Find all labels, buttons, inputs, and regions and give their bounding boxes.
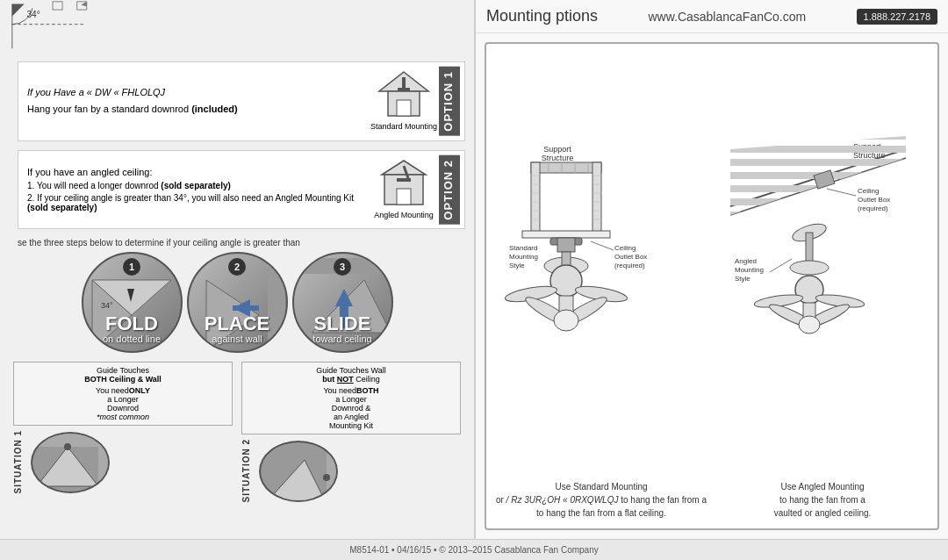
- svg-rect-11: [398, 88, 410, 91]
- option2-row: If you have an angled ceiling: 1. You wi…: [18, 150, 465, 230]
- svg-rect-67: [557, 238, 575, 252]
- svg-text:Mounting: Mounting: [735, 266, 764, 274]
- svg-text:Style: Style: [509, 262, 525, 269]
- step1-sub: on dotted line: [103, 334, 161, 344]
- situation1-visual: SITUATION 1: [13, 430, 233, 493]
- svg-text:Outlet Box: Outlet Box: [614, 253, 647, 261]
- angled-diagram-box: Support Structure: [716, 53, 929, 520]
- svg-text:34°: 34°: [26, 10, 40, 19]
- step1-word: FOLD: [105, 314, 158, 334]
- svg-rect-45: [592, 162, 601, 233]
- situation1-circle: [31, 432, 110, 493]
- right-panel: Mounting ptions www.CasablancaFanCo.com …: [474, 0, 948, 539]
- step1-number: 1: [123, 258, 140, 276]
- angled-diagram-svg: Support Structure: [716, 53, 929, 473]
- svg-text:(required): (required): [858, 205, 888, 212]
- svg-rect-4: [53, 2, 62, 10]
- svg-text:(required): (required): [614, 262, 645, 269]
- step3-sub: toward ceiling: [312, 334, 371, 344]
- svg-rect-33: [327, 442, 338, 502]
- standard-caption: Use Standard Mounting or / Rz 3UR¿OH « 0…: [496, 480, 707, 520]
- right-header: Mounting ptions www.CasablancaFanCo.com …: [476, 0, 948, 33]
- svg-rect-38: [531, 162, 601, 173]
- svg-point-107: [799, 316, 820, 334]
- footer: M8514-01 • 04/16/15 • © 2013–2015 Casabl…: [0, 539, 948, 560]
- svg-text:Outlet Box: Outlet Box: [858, 196, 890, 204]
- option2-label: OPTION 2: [439, 155, 460, 225]
- situation2-block: Guide Touches Wall but NOT Ceiling You n…: [241, 362, 461, 502]
- situation2-circle: [259, 441, 338, 502]
- step2-circle: 2 PLACE against wall: [187, 252, 288, 353]
- svg-marker-31: [37, 447, 98, 486]
- main-content: 34° If you Have a « DW « FHLOLQJ Hang yo…: [0, 0, 948, 539]
- svg-text:Structure: Structure: [542, 154, 574, 162]
- situation1-label: SITUATION 1: [13, 430, 31, 493]
- svg-rect-58: [522, 231, 610, 238]
- step2-word: PLACE: [205, 314, 270, 334]
- svg-rect-44: [531, 162, 540, 233]
- step3-number: 3: [334, 258, 351, 276]
- standard-diagram-svg: Support Structure: [495, 53, 707, 473]
- option1-title: If you Have a « DW « FHLOLQJ Hang your f…: [27, 86, 364, 116]
- situation2-visual: SITUATION 2: [241, 439, 461, 502]
- right-header-url: www.CasablancaFanCo.com: [615, 10, 838, 24]
- step2-sub: against wall: [212, 334, 262, 344]
- steps-intro: se the three steps below to determine if…: [18, 238, 465, 248]
- svg-line-97: [770, 259, 792, 272]
- step1-circle: 34° 1 FOLD on dotted line: [82, 252, 183, 353]
- svg-line-92: [827, 189, 856, 196]
- angled-caption: Use Angled Mounting to hang the fan from…: [774, 480, 872, 520]
- svg-point-32: [64, 443, 71, 450]
- svg-marker-0: [12, 4, 25, 17]
- situation1-info: Guide Touches BOTH Ceiling & Wall You ne…: [13, 362, 233, 426]
- svg-rect-14: [397, 189, 411, 205]
- option1-label: OPTION 1: [439, 67, 460, 136]
- svg-text:34°: 34°: [101, 301, 113, 310]
- steps-row: 34° 1 FOLD on dotted line: [9, 252, 465, 353]
- standard-diagram-box: Support Structure: [495, 53, 707, 520]
- svg-text:Mounting: Mounting: [509, 253, 538, 261]
- option1-row: If you Have a « DW « FHLOLQJ Hang your f…: [18, 61, 465, 141]
- situation2-info: Guide Touches Wall but NOT Ceiling You n…: [241, 362, 461, 434]
- left-panel: 34° If you Have a « DW « FHLOLQJ Hang yo…: [0, 0, 474, 539]
- svg-text:Ceiling: Ceiling: [858, 187, 879, 195]
- svg-rect-30: [98, 434, 110, 493]
- diagrams-row: Support Structure: [485, 42, 939, 530]
- footer-text: M8514-01 • 04/16/15 • © 2013–2015 Casabl…: [349, 545, 598, 555]
- svg-rect-10: [402, 77, 406, 88]
- situation1-block: Guide Touches BOTH Ceiling & Wall You ne…: [13, 362, 233, 502]
- angle-indicator: 34°: [0, 0, 105, 53]
- svg-point-100: [790, 261, 829, 275]
- phone-badge: 1.888.227.2178: [857, 9, 937, 25]
- svg-text:Angled: Angled: [735, 257, 757, 265]
- step2-number: 2: [228, 258, 246, 276]
- right-header-title: Mounting ptions: [486, 7, 598, 25]
- svg-rect-9: [397, 100, 411, 116]
- svg-text:Style: Style: [735, 275, 750, 283]
- step3-circle: 3 SLIDE toward ceiling: [292, 252, 393, 353]
- situation2-label: SITUATION 2: [241, 439, 259, 502]
- svg-point-35: [323, 474, 330, 481]
- svg-rect-24: [233, 305, 259, 311]
- svg-marker-34: [265, 460, 327, 502]
- svg-rect-29: [32, 434, 110, 447]
- options-container: If you Have a « DW « FHLOLQJ Hang your f…: [9, 61, 465, 229]
- svg-line-66: [591, 241, 614, 250]
- svg-text:Support: Support: [543, 145, 571, 154]
- option1-image: Standard Mounting: [369, 70, 439, 132]
- mounting-diagrams: Support Structure: [476, 33, 948, 539]
- svg-rect-16: [397, 178, 411, 182]
- svg-point-76: [554, 310, 578, 331]
- svg-text:Standard: Standard: [509, 244, 537, 252]
- option2-image-label: Angled Mounting: [374, 211, 434, 220]
- option2-intro: If you have an angled ceiling:: [27, 167, 364, 177]
- option1-image-label: Standard Mounting: [370, 122, 437, 132]
- step3-word: SLIDE: [314, 314, 371, 334]
- svg-rect-69: [562, 252, 571, 266]
- svg-text:Ceiling: Ceiling: [614, 244, 636, 252]
- situations-row: Guide Touches BOTH Ceiling & Wall You ne…: [9, 362, 465, 502]
- option2-image: Angled Mounting: [369, 159, 439, 220]
- svg-rect-21: [268, 262, 285, 353]
- svg-marker-6: [81, 2, 86, 7]
